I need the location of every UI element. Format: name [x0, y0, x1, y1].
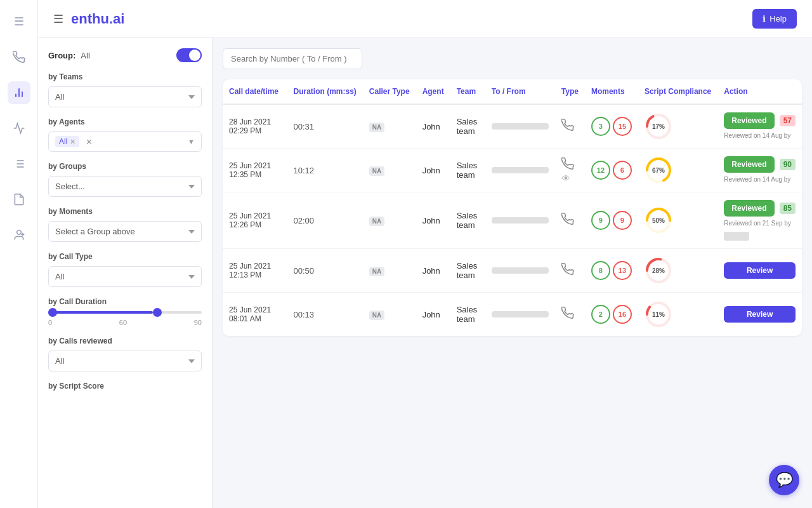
cell-datetime: 25 Jun 2021 12:35 PM	[223, 149, 287, 192]
moments-label: by Moments	[48, 207, 202, 216]
cell-compliance: 50%	[638, 192, 717, 249]
script-score-label: by Script Score	[48, 382, 202, 391]
agents-filter-section: by Agents All ✕ ✕ ▼	[48, 117, 202, 152]
call-duration-label: by Call Duration	[48, 297, 202, 306]
moment-circle-green: 8	[591, 261, 610, 280]
calls-reviewed-select[interactable]: All	[48, 351, 202, 371]
group-value: All	[81, 51, 89, 60]
slider-thumb-right[interactable]	[153, 308, 162, 317]
compliance-pct-text: 50%	[652, 217, 665, 224]
outbound-phone-icon	[561, 215, 574, 228]
agents-select-box[interactable]: All ✕ ✕ ▼	[48, 131, 202, 152]
sidebar-phone-icon[interactable]	[8, 46, 30, 69]
app-logo: enthu.ai	[71, 11, 124, 27]
call-type-select[interactable]: All	[48, 266, 202, 287]
group-filter-section: Group: All	[48, 48, 202, 62]
agents-chevron-icon[interactable]: ▼	[188, 138, 195, 145]
search-input[interactable]	[223, 48, 362, 69]
moment-circle-green: 12	[591, 161, 610, 180]
cell-compliance: 28%	[638, 249, 717, 293]
groups-select[interactable]: Select...	[48, 176, 202, 197]
calls-reviewed-label: by Calls reviewed	[48, 337, 202, 345]
cell-action: Review	[717, 249, 802, 293]
moment-circle-green: 9	[591, 211, 610, 230]
na-badge: NA	[369, 217, 384, 226]
score-badge: 90	[780, 159, 796, 170]
score-badge: 57	[780, 115, 796, 126]
cell-compliance: 17%	[638, 104, 717, 149]
table-header-row: Call date/time Duration (mm:ss) Caller T…	[223, 79, 802, 104]
slider-thumb-left[interactable]	[48, 308, 57, 317]
duration-slider-track	[48, 311, 202, 314]
blurred-number	[492, 311, 549, 318]
cell-team: Sales team	[450, 192, 485, 249]
moment-circle-red: 15	[613, 117, 632, 136]
moment-circle-red: 6	[613, 161, 632, 180]
cell-compliance: 67%	[638, 149, 717, 192]
cell-datetime: 25 Jun 2021 12:26 PM	[223, 192, 287, 249]
cell-moments: 3 15	[585, 104, 638, 149]
cell-team: Sales team	[450, 104, 485, 149]
eye-icon: 👁	[561, 173, 570, 184]
cell-to-from	[485, 293, 555, 337]
table-row: 25 Jun 2021 12:13 PM 00:50 NA John Sales…	[223, 249, 802, 293]
hamburger-icon[interactable]: ☰	[53, 12, 63, 26]
score-badge: 85	[780, 203, 796, 214]
reviewed-button[interactable]: Reviewed	[724, 112, 774, 129]
moment-circle-green: 2	[591, 305, 610, 324]
action-cell: Reviewed 90 Reviewed on 14 Aug by	[724, 156, 796, 184]
groups-label: by Groups	[48, 162, 202, 171]
script-score-filter-section: by Script Score	[48, 382, 202, 391]
cell-moments: 9 9	[585, 192, 638, 249]
help-button[interactable]: ℹ Help	[752, 9, 797, 29]
chat-icon: 💬	[776, 472, 793, 488]
slider-mid-label: 60	[119, 319, 127, 326]
cell-moments: 12 6	[585, 149, 638, 192]
help-icon: ℹ	[763, 14, 766, 23]
teams-select[interactable]: All	[48, 86, 202, 107]
cell-team: Sales team	[450, 149, 485, 192]
cell-action: Reviewed 57 Reviewed on 14 Aug by	[717, 104, 802, 149]
cell-datetime: 25 Jun 2021 12:13 PM	[223, 249, 287, 293]
compliance-circle: 50%	[645, 206, 672, 234]
sidebar: ☰	[0, 0, 38, 508]
cell-caller-type: NA	[363, 149, 416, 192]
moment-circle-green: 3	[591, 117, 610, 136]
sidebar-signal-icon[interactable]	[8, 117, 30, 140]
col-header-call-datetime: Call date/time	[223, 79, 287, 104]
moments-filter-section: by Moments Select a Group above	[48, 207, 202, 242]
col-header-duration: Duration (mm:ss)	[287, 79, 362, 104]
sidebar-doc-icon[interactable]	[8, 188, 30, 211]
col-header-team: Team	[450, 79, 485, 104]
toggle-switch[interactable]	[176, 48, 202, 62]
outbound-phone-icon	[561, 309, 574, 322]
cell-agent: John	[416, 249, 450, 293]
agent-tag-remove[interactable]: ✕	[70, 138, 75, 146]
agents-clear-icon[interactable]: ✕	[86, 137, 93, 147]
sidebar-chart-icon[interactable]	[8, 81, 30, 104]
slider-max-label: 90	[194, 319, 202, 326]
cell-caller-type: NA	[363, 104, 416, 149]
cell-type	[555, 104, 585, 149]
calls-table: Call date/time Duration (mm:ss) Caller T…	[223, 79, 802, 336]
review-button[interactable]: Review	[724, 306, 796, 323]
reviewed-button[interactable]: Reviewed	[724, 200, 774, 217]
cell-duration: 00:13	[287, 293, 362, 337]
moments-select[interactable]: Select a Group above	[48, 221, 202, 242]
moment-circle-red: 9	[613, 211, 632, 230]
sidebar-menu-icon[interactable]: ☰	[8, 10, 30, 33]
cell-compliance: 11%	[638, 293, 717, 337]
cell-duration: 00:31	[287, 104, 362, 149]
cell-action: Reviewed 85 Reviewed on 21 Sep by	[717, 192, 802, 249]
chat-widget[interactable]: 💬	[769, 465, 799, 495]
teams-label: by Teams	[48, 72, 202, 81]
calls-reviewed-filter-section: by Calls reviewed All	[48, 337, 202, 371]
review-button[interactable]: Review	[724, 262, 796, 279]
table-row: 25 Jun 2021 12:26 PM 02:00 NA John Sales…	[223, 192, 802, 249]
sidebar-list-icon[interactable]	[8, 152, 30, 175]
compliance-pct-text: 67%	[652, 167, 665, 174]
sidebar-user-add-icon[interactable]	[8, 224, 30, 246]
reviewed-button[interactable]: Reviewed	[724, 156, 774, 173]
compliance-pct-text: 11%	[652, 311, 665, 318]
reviewed-meta: Reviewed on 14 Aug by	[724, 175, 796, 184]
